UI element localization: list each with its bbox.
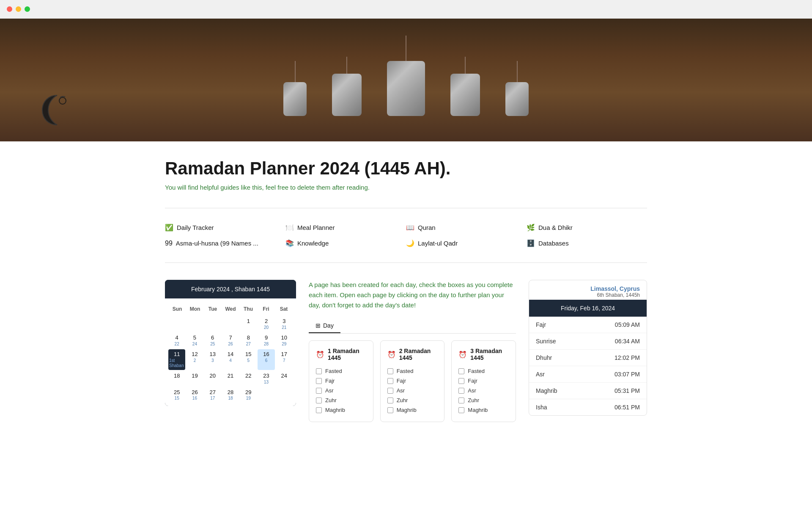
calendar-day-num: 16 [263, 351, 269, 358]
lantern-body [505, 82, 529, 116]
checkbox[interactable] [387, 378, 393, 384]
checkbox[interactable] [458, 398, 464, 403]
day-card-title: ⏰ 3 Ramadan 1445 [458, 348, 509, 361]
nav-item-databases[interactable]: 🗄️Databases [527, 237, 647, 249]
calendar-day-sub: 26 [228, 342, 233, 347]
calendar-day[interactable]: 166 [258, 349, 274, 370]
day-card-icon: ⏰ [387, 351, 396, 359]
day-card-ramadan-1[interactable]: ⏰ 1 Ramadan 1445 Fasted Fajr Asr Zuhr Ma… [309, 340, 373, 422]
calendar-day-header-mon: Mon [186, 304, 204, 314]
day-card-ramadan-3[interactable]: ⏰ 3 Ramadan 1445 Fasted Fajr Asr Zuhr Ma… [451, 340, 516, 422]
nav-item-meal-planner[interactable]: 🍽️Meal Planner [285, 222, 406, 233]
calendar-day-num: 3 [283, 318, 285, 325]
laylat-ul-qadr-label: Laylat-ul Qadr [418, 240, 458, 247]
hero-lanterns [283, 36, 529, 124]
prayer-row-dhuhr: Dhuhr 12:02 PM [529, 350, 647, 366]
calendar-day[interactable]: 19 [186, 371, 203, 387]
calendar-day[interactable]: 2313 [258, 371, 274, 387]
calendar-day[interactable]: 2818 [222, 387, 239, 403]
checkbox[interactable] [316, 388, 322, 394]
calendar-day[interactable]: 2717 [204, 387, 221, 403]
calendar-day[interactable]: 122 [186, 349, 203, 370]
calendar-day-sub: 24 [192, 342, 197, 347]
checklist-item: Asr [316, 386, 366, 395]
nav-item-dua-dhikr[interactable]: 🌿Dua & Dhikr [527, 222, 647, 233]
nav-item-knowledge[interactable]: 📚Knowledge [285, 237, 406, 249]
calendar-day-num: 21 [228, 373, 233, 380]
checkbox[interactable] [316, 398, 322, 403]
lantern-body [450, 74, 480, 116]
calendar-day[interactable]: 144 [222, 349, 239, 370]
page-subtitle: You will find helpful guides like this, … [165, 184, 647, 191]
calendar-day[interactable]: 928 [258, 333, 274, 348]
checkbox[interactable] [458, 378, 464, 384]
calendar-day-sub: 29 [282, 342, 286, 347]
checkbox[interactable] [387, 388, 393, 394]
minimize-button[interactable] [16, 6, 21, 12]
checkbox[interactable] [387, 368, 393, 374]
calendar-day[interactable]: 422 [168, 333, 185, 348]
calendar-day[interactable]: 111st Shaban [168, 349, 185, 370]
asma-ul-husna-label: Asma-ul-husna (99 Names ... [176, 240, 258, 247]
checklist-label: Maghrib [325, 407, 345, 413]
prayer-name: Sunrise [536, 338, 556, 345]
dua-dhikr-icon: 🌿 [527, 224, 535, 232]
calendar-day[interactable]: 625 [204, 333, 221, 348]
close-button[interactable] [7, 6, 12, 12]
checklist-item: Fajr [387, 376, 438, 386]
checkbox[interactable] [316, 378, 322, 384]
checkbox[interactable] [316, 407, 322, 413]
calendar-day[interactable]: 2515 [168, 387, 185, 403]
nav-item-quran[interactable]: 📖Quran [406, 222, 527, 233]
day-card-label: 1 Ramadan 1445 [328, 348, 366, 361]
checklist-label: Maghrib [397, 407, 417, 413]
lantern-rope [517, 61, 518, 82]
checklist-label: Fajr [397, 378, 406, 384]
divider-bottom [165, 262, 647, 263]
tab-day[interactable]: ⊞ Day [309, 319, 340, 333]
calendar-day[interactable]: 20 [204, 371, 221, 387]
nav-item-asma-ul-husna[interactable]: 99Asma-ul-husna (99 Names ... [165, 237, 285, 249]
checkbox[interactable] [458, 407, 464, 413]
day-card-ramadan-2[interactable]: ⏰ 2 Ramadan 1445 Fasted Fajr Asr Zuhr Ma… [380, 340, 445, 422]
calendar-day[interactable]: 1029 [276, 333, 293, 348]
calendar-day[interactable]: 1 [240, 316, 257, 332]
calendar-day[interactable]: 177 [276, 349, 293, 370]
knowledge-label: Knowledge [297, 240, 329, 247]
prayer-name: Asr [536, 371, 545, 378]
meal-planner-icon: 🍽️ [285, 224, 294, 232]
checkbox[interactable] [458, 388, 464, 394]
calendar-day-sub: 28 [264, 342, 269, 347]
calendar-day[interactable]: 726 [222, 333, 239, 348]
calendar-day[interactable]: 22 [240, 371, 257, 387]
calendar-day[interactable]: 321 [276, 316, 293, 332]
calendar-day[interactable]: 21 [222, 371, 239, 387]
page-title: Ramadan Planner 2024 (1445 AH). [165, 158, 647, 179]
checklist-item: Maghrib [387, 405, 438, 415]
calendar-day[interactable]: 524 [186, 333, 203, 348]
maximize-button[interactable] [25, 6, 30, 12]
checklist-item: Maghrib [458, 405, 509, 415]
calendar-day[interactable]: 827 [240, 333, 257, 348]
checkbox[interactable] [387, 407, 393, 413]
nav-item-daily-tracker[interactable]: ✅Daily Tracker [165, 222, 285, 233]
calendar-day[interactable]: 155 [240, 349, 257, 370]
calendar-day-num: 6 [211, 334, 214, 342]
checklist-label: Zuhr [325, 397, 337, 403]
nav-item-laylat-ul-qadr[interactable]: 🌙Laylat-ul Qadr [406, 237, 527, 249]
checkbox[interactable] [316, 368, 322, 374]
calendar-day[interactable]: 2616 [186, 387, 203, 403]
calendar-day [168, 316, 185, 332]
calendar-day-header-fri: Fri [257, 304, 275, 314]
calendar-day[interactable]: 220 [258, 316, 274, 332]
calendar-day[interactable]: 18 [168, 371, 185, 387]
calendar-day-sub: 27 [246, 342, 251, 347]
asma-ul-husna-icon: 99 [165, 240, 173, 247]
calendar-day[interactable]: 2919 [240, 387, 257, 403]
calendar-day[interactable]: 133 [204, 349, 221, 370]
title-section: Ramadan Planner 2024 (1445 AH). You will… [165, 141, 647, 199]
calendar-day[interactable]: 24 [276, 371, 293, 387]
checklist-label: Maghrib [468, 407, 488, 413]
checkbox[interactable] [458, 368, 464, 374]
checkbox[interactable] [387, 398, 393, 403]
